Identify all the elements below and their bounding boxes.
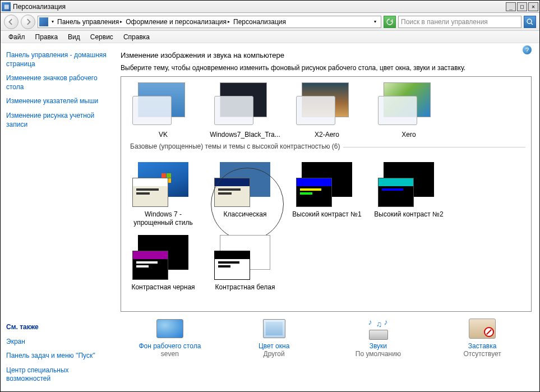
refresh-button[interactable] — [384, 16, 396, 28]
wallpaper-icon — [156, 317, 183, 340]
menu-file[interactable]: Файл — [4, 32, 30, 42]
page-subtitle: Выберите тему, чтобы одновременно измени… — [121, 64, 532, 72]
sounds-link[interactable]: ♪♫♪ Звуки По умолчанию — [336, 317, 420, 358]
nav-toolbar: ▾ Панель управления▸ Оформление и персон… — [1, 13, 539, 31]
sidebar-desktop-icons[interactable]: Изменение значков рабочего стола — [6, 74, 107, 91]
see-also-heading: См. также — [6, 323, 107, 331]
page-title: Изменение изображения и звука на компьют… — [121, 51, 532, 59]
location-icon — [39, 17, 48, 26]
breadcrumb-item[interactable]: Оформление и персонализация▸ — [124, 18, 231, 26]
theme-label: X2-Aero — [315, 131, 339, 139]
back-button[interactable] — [4, 15, 19, 29]
close-button[interactable]: ✕ — [528, 2, 538, 11]
screensaver-icon — [469, 317, 496, 340]
screensaver-link[interactable]: Заставка Отсутствует — [440, 317, 524, 358]
theme-label: Классическая — [224, 210, 267, 219]
color-icon — [261, 317, 288, 340]
theme-label: Windows 7 - упрощенный стиль — [127, 210, 200, 227]
search-input[interactable]: Поиск в панели управления — [398, 16, 521, 28]
sidebar-taskbar[interactable]: Панель задач и меню ''Пуск'' — [6, 352, 107, 361]
theme-label: VK — [159, 131, 168, 139]
section-basic-heading: Базовые (упрощенные) темы и темы с высок… — [127, 147, 525, 155]
sidebar-ease-of-access[interactable]: Центр специальных возможностей — [6, 366, 107, 384]
theme-label: Windows7_Black_Tra... — [210, 131, 280, 139]
menu-tools[interactable]: Сервис — [86, 32, 118, 42]
theme-item[interactable]: Контрастная черная — [127, 235, 200, 292]
bottom-actions: Фон рабочего стола seven Цвет окна Друго… — [121, 312, 532, 358]
app-icon: ▦ — [2, 2, 11, 11]
menu-bar: Файл Правка Вид Сервис Справка — [1, 31, 539, 43]
theme-item[interactable]: Классическая — [209, 162, 281, 227]
theme-item[interactable]: Высокий контраст №1 — [290, 162, 363, 227]
sidebar-pointers[interactable]: Изменение указателей мыши — [6, 97, 107, 106]
sidebar-display[interactable]: Экран — [6, 338, 107, 347]
menu-edit[interactable]: Правка — [31, 32, 63, 42]
address-bar[interactable]: ▾ Панель управления▸ Оформление и персон… — [38, 16, 381, 28]
address-dropdown[interactable]: ▾ — [371, 19, 380, 24]
main-panel: ? Изменение изображения и звука на компь… — [113, 43, 539, 391]
window-color-link[interactable]: Цвет окна Другой — [232, 317, 316, 358]
maximize-button[interactable]: □ — [517, 2, 527, 11]
sidebar-account-picture[interactable]: Изменение рисунка учетной записи — [6, 112, 107, 129]
desktop-background-link[interactable]: Фон рабочего стола seven — [128, 317, 212, 358]
menu-view[interactable]: Вид — [63, 32, 85, 42]
theme-item[interactable]: Контрастная белая — [209, 235, 281, 292]
themes-list[interactable]: VK Windows7_Black_Tra... X2-Aero Xero Ба… — [121, 76, 532, 312]
theme-label: Контрастная белая — [215, 283, 275, 292]
minimize-button[interactable]: _ — [506, 2, 516, 11]
svg-point-0 — [527, 19, 532, 24]
theme-item[interactable]: Windows 7 - упрощенный стиль — [127, 162, 200, 227]
sidebar: Панель управления - домашняя страница Из… — [1, 43, 113, 391]
theme-label: Высокий контраст №2 — [374, 210, 443, 219]
theme-label: Контрастная черная — [131, 283, 195, 292]
search-button[interactable] — [524, 16, 536, 28]
sound-icon: ♪♫♪ — [364, 317, 391, 340]
breadcrumb-dropdown[interactable]: ▾ — [49, 19, 55, 24]
help-icon[interactable]: ? — [523, 45, 532, 54]
theme-item[interactable]: VK — [127, 82, 200, 139]
forward-button[interactable] — [21, 15, 35, 29]
breadcrumb-item[interactable]: Персонализация — [232, 18, 287, 26]
theme-item[interactable]: Windows7_Black_Tra... — [209, 82, 281, 139]
titlebar: ▦ Персонализация _ □ ✕ — [1, 1, 539, 13]
sidebar-home[interactable]: Панель управления - домашняя страница — [6, 51, 107, 68]
theme-label: Высокий контраст №1 — [292, 210, 361, 219]
breadcrumb-item[interactable]: Панель управления▸ — [56, 18, 123, 26]
theme-item[interactable]: X2-Aero — [290, 82, 363, 139]
theme-item[interactable]: Xero — [372, 82, 445, 139]
theme-item[interactable]: Высокий контраст №2 — [372, 162, 445, 227]
theme-label: Xero — [401, 131, 416, 139]
window-title: Персонализация — [13, 3, 506, 11]
menu-help[interactable]: Справка — [119, 32, 154, 42]
